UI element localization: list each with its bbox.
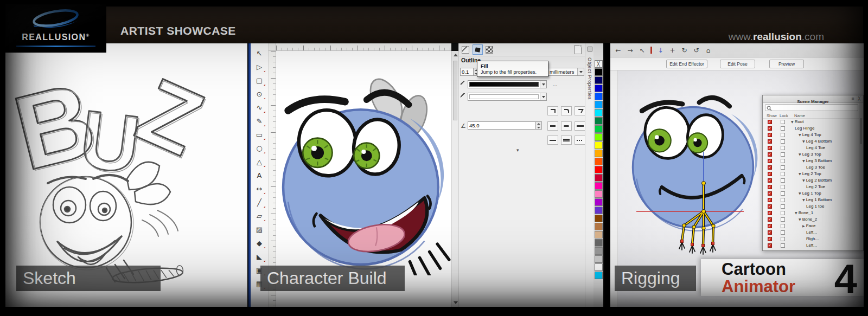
undo-icon[interactable]: ↺ bbox=[693, 47, 700, 54]
lock-checkbox[interactable] bbox=[781, 198, 785, 202]
forward-icon[interactable]: → bbox=[627, 47, 634, 54]
page-icon[interactable] bbox=[575, 45, 582, 54]
double-line-button[interactable] bbox=[561, 136, 572, 145]
show-checkbox[interactable]: ✓ bbox=[768, 172, 772, 176]
scene-tree-row[interactable]: ✓Left... bbox=[763, 242, 863, 249]
solid-line-button[interactable] bbox=[547, 136, 558, 145]
color-swatch[interactable] bbox=[595, 85, 603, 92]
show-checkbox[interactable]: ✓ bbox=[768, 178, 772, 183]
lock-checkbox[interactable] bbox=[781, 146, 785, 150]
lock-checkbox[interactable] bbox=[781, 165, 785, 170]
connector-tool[interactable]: ╱ bbox=[253, 197, 265, 208]
color-swatch[interactable] bbox=[595, 101, 603, 108]
color-swatch[interactable] bbox=[595, 93, 603, 100]
color-swatch[interactable] bbox=[595, 231, 603, 238]
color-swatch[interactable] bbox=[595, 272, 603, 279]
color-swatch[interactable] bbox=[595, 239, 603, 247]
show-checkbox[interactable]: ✓ bbox=[768, 224, 772, 228]
dashed-line-button[interactable] bbox=[575, 136, 585, 145]
edit-pose-button[interactable]: Edit Pose bbox=[720, 60, 755, 68]
bevel-corner-button[interactable] bbox=[575, 106, 585, 115]
collapse-arrow[interactable]: ▾ bbox=[516, 147, 519, 153]
scene-tree-row[interactable]: ✓▼Root bbox=[763, 119, 863, 125]
artistic-media-tool[interactable]: ✎ bbox=[253, 115, 265, 127]
move-icon[interactable]: + bbox=[669, 47, 676, 54]
lock-checkbox[interactable] bbox=[781, 185, 785, 189]
scene-tree-row[interactable]: ✓Leg 2 Toe bbox=[763, 184, 863, 190]
color-swatch[interactable] bbox=[595, 158, 603, 165]
expander-icon[interactable]: ▼ bbox=[799, 172, 801, 176]
docker-tab[interactable]: Object Properties bbox=[585, 43, 593, 307]
color-swatch[interactable] bbox=[595, 117, 603, 125]
color-swatch[interactable] bbox=[595, 174, 603, 182]
color-swatch[interactable] bbox=[595, 166, 603, 173]
expander-icon[interactable]: ▼ bbox=[795, 211, 797, 215]
scene-tree-row[interactable]: ✓▼Leg 3 Top bbox=[763, 151, 863, 158]
menu-icon[interactable]: ≡ bbox=[851, 96, 854, 101]
scene-tree-row[interactable]: ✓▼Leg 1 Bottom bbox=[763, 197, 863, 203]
vertical-scrollbar[interactable] bbox=[451, 51, 458, 307]
scene-tree-row[interactable]: ✓Leg 3 Toe bbox=[763, 164, 863, 171]
show-checkbox[interactable]: ✓ bbox=[768, 204, 772, 209]
scene-tree-row[interactable]: ✓Leg 1 toe bbox=[763, 203, 863, 210]
square-cap-button[interactable] bbox=[575, 121, 585, 131]
color-swatch[interactable] bbox=[595, 68, 603, 76]
scene-tree-row[interactable]: ✓▼Leg 4 Bottom bbox=[763, 138, 863, 145]
color-swatch[interactable] bbox=[595, 150, 603, 157]
scene-tree-row[interactable]: ✓▼Bone_1 bbox=[763, 210, 863, 216]
show-checkbox[interactable]: ✓ bbox=[768, 211, 772, 215]
color-swatch[interactable] bbox=[595, 255, 603, 263]
expander-icon[interactable]: ▼ bbox=[802, 198, 805, 202]
color-swatch[interactable] bbox=[595, 207, 603, 214]
lock-checkbox[interactable] bbox=[781, 126, 785, 131]
color-swatch[interactable] bbox=[595, 247, 603, 255]
show-checkbox[interactable]: ✓ bbox=[768, 217, 772, 222]
show-checkbox[interactable]: ✓ bbox=[768, 120, 772, 124]
lock-checkbox[interactable] bbox=[781, 230, 785, 235]
expander-icon[interactable]: ▼ bbox=[799, 152, 801, 156]
show-checkbox[interactable]: ✓ bbox=[768, 139, 772, 144]
expander-icon[interactable]: ▼ bbox=[799, 133, 801, 137]
expander-icon[interactable]: ▼ bbox=[799, 217, 801, 221]
edit-end-effector-button[interactable]: Edit End Effector bbox=[666, 60, 707, 68]
show-checkbox[interactable]: ✓ bbox=[768, 159, 772, 163]
more-options-button[interactable]: … bbox=[550, 81, 560, 88]
dimension-tool[interactable]: ↔ bbox=[253, 183, 265, 195]
text-tool[interactable]: A bbox=[253, 170, 265, 181]
color-swatch[interactable] bbox=[595, 125, 603, 133]
scene-tree-row[interactable]: ✓▼Leg 1 Top bbox=[763, 190, 863, 197]
color-swatch[interactable] bbox=[595, 263, 603, 271]
outline-color-dropdown[interactable] bbox=[468, 80, 547, 88]
lock-checkbox[interactable] bbox=[781, 191, 785, 196]
show-checkbox[interactable]: ✓ bbox=[768, 191, 772, 196]
show-checkbox[interactable]: ✓ bbox=[768, 146, 772, 150]
units-dropdown[interactable]: millimeters bbox=[547, 68, 584, 76]
transparency-tool[interactable]: ▨ bbox=[253, 224, 265, 235]
show-checkbox[interactable]: ✓ bbox=[768, 230, 772, 235]
freehand-tool[interactable]: ∿ bbox=[253, 102, 265, 113]
lock-checkbox[interactable] bbox=[781, 133, 785, 137]
show-checkbox[interactable]: ✓ bbox=[768, 198, 772, 202]
lock-checkbox[interactable] bbox=[781, 243, 785, 248]
close-icon[interactable]: ╳ bbox=[858, 96, 860, 101]
show-checkbox[interactable]: ✓ bbox=[768, 126, 772, 131]
scene-tree-row[interactable]: ✓Righ... bbox=[763, 236, 863, 242]
zoom-tool[interactable]: ⊙ bbox=[253, 88, 265, 100]
expander-icon[interactable]: ▼ bbox=[802, 159, 805, 163]
show-checkbox[interactable]: ✓ bbox=[768, 243, 772, 248]
preview-button[interactable]: Preview bbox=[769, 60, 804, 68]
outline-pen-tool[interactable]: ◣ bbox=[253, 251, 265, 262]
lock-checkbox[interactable] bbox=[781, 159, 785, 163]
color-swatch[interactable] bbox=[595, 198, 603, 206]
scene-tree-row[interactable]: ✓▼Leg 2 Bottom bbox=[763, 177, 863, 184]
back-icon[interactable]: ← bbox=[615, 47, 622, 54]
pin-down-icon[interactable]: ↓ bbox=[657, 47, 664, 54]
lock-checkbox[interactable] bbox=[781, 211, 785, 215]
expander-icon[interactable]: ▶ bbox=[802, 224, 805, 228]
scene-tree-row[interactable]: ✓Leg Hinge bbox=[763, 125, 863, 132]
show-checkbox[interactable]: ✓ bbox=[768, 152, 772, 157]
color-swatch[interactable] bbox=[595, 109, 603, 117]
scene-tree-row[interactable]: ✓▶Face bbox=[763, 223, 863, 229]
search-input[interactable] bbox=[765, 104, 858, 111]
pick-tool[interactable]: ↖ bbox=[253, 48, 265, 59]
